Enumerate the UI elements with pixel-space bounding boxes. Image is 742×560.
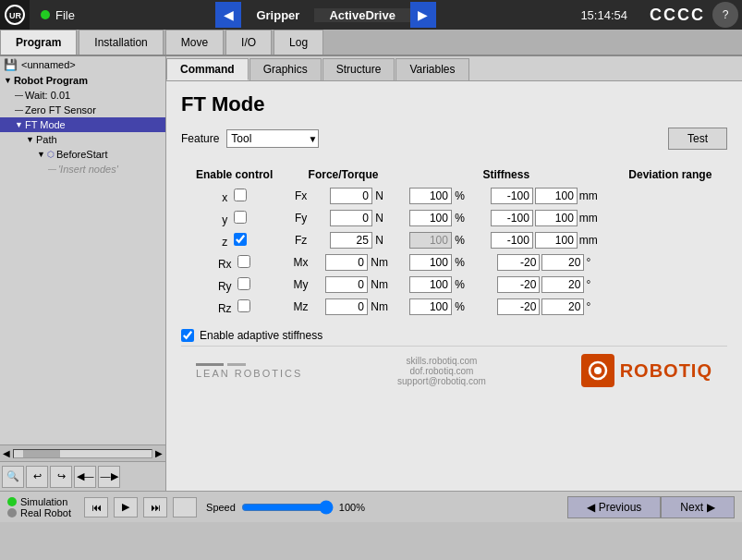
fz-input[interactable] [330,232,372,249]
robotiq-brand: ROBOTIQ [581,354,712,387]
help-button[interactable]: ? [712,2,738,28]
dev-rz-unit: ° [586,300,590,313]
dev-rx-min-input[interactable] [497,254,540,271]
tool-search[interactable]: 🔍 [2,466,24,488]
tab-log[interactable]: Log [274,30,323,55]
stiff-y-input[interactable] [409,210,452,226]
dev-rz-max-input[interactable] [541,298,584,315]
tab-structure[interactable]: Structure [322,58,395,80]
tab-io[interactable]: I/O [225,30,272,55]
lean-line-top [196,363,224,366]
col-header-deviation: Deviation range [614,164,727,185]
fy-label: Fy [287,207,314,229]
mz-input[interactable] [325,298,368,315]
test-button[interactable]: Test [668,128,727,150]
tree-label: Zero FT Sensor [25,104,96,116]
tree-label: Wait: 0.01 [25,90,70,101]
mx-input[interactable] [325,254,368,271]
my-input[interactable] [325,276,368,293]
status-dot [41,10,50,19]
dev-x-cell: mm [475,185,614,207]
table-row: Rz Mz Nm % ° [181,296,727,318]
enable-ry-checkbox[interactable] [237,277,250,290]
feature-select[interactable]: Tool [226,129,319,148]
tree-arrow: ▼ [4,76,12,85]
stiff-y-cell: % [399,207,475,229]
top-bar: UR File ◀ Gripper ActiveDrive ▶ 15:14:54… [0,0,742,30]
save-icon[interactable]: 💾 [4,58,18,71]
enable-x-checkbox[interactable] [234,189,247,201]
tool-forward[interactable]: —▶ [98,466,120,488]
dev-ry-min-input[interactable] [497,276,540,293]
tree-beforestart[interactable]: ▼ ⬡ BeforeStart [0,147,165,162]
stiff-z-input [409,232,452,249]
nav-right-arrow[interactable]: ▶ [410,2,436,28]
tree-zero-ft[interactable]: — Zero FT Sensor [0,103,165,117]
tree-wait[interactable]: — Wait: 0.01 [0,88,165,103]
tree-path[interactable]: ▼ Path [0,132,165,147]
previous-button[interactable]: ◀ Previous [567,496,662,518]
stiff-ry-input[interactable] [409,276,452,293]
svg-point-3 [594,367,602,374]
tab-command[interactable]: Command [166,58,249,80]
media-step[interactable]: ⏭ [143,497,167,517]
speed-slider[interactable] [241,500,334,515]
sidebar-scrollbar[interactable]: ◀ ▶ [0,444,165,461]
simulation-label: Simulation [20,496,67,507]
dev-rz-cell: ° [475,296,614,318]
my-value-cell: Nm [314,274,399,296]
dev-y-max-input[interactable] [535,210,578,226]
dev-rx-max-input[interactable] [541,254,584,271]
tab-installation[interactable]: Installation [79,30,163,55]
enable-y-checkbox[interactable] [234,211,247,224]
enable-rx-checkbox[interactable] [237,255,250,268]
tree-insert-nodes[interactable]: — 'Insert nodes' [0,162,165,177]
stiff-rz-input[interactable] [409,298,452,315]
tree-dash: — [15,91,23,100]
dev-z-min-input[interactable] [491,232,533,249]
mx-value-cell: Nm [314,251,399,274]
next-button[interactable]: Next ▶ [661,496,735,518]
enable-z-checkbox[interactable] [234,233,247,246]
nav-gripper: Gripper [241,8,314,22]
axis-ry-cell: Ry [181,274,287,296]
adaptive-stiffness-checkbox[interactable] [181,329,194,342]
tool-undo[interactable]: ↩ [26,466,48,488]
scroll-right[interactable]: ▶ [152,448,165,458]
ur-logo: UR [0,0,30,30]
table-row: Rx Mx Nm % ° [181,251,727,274]
tab-graphics[interactable]: Graphics [249,58,322,80]
clock: 15:14:54 [566,8,642,22]
dev-x-min-input[interactable] [491,188,533,204]
dev-z-max-input[interactable] [535,232,578,249]
nav-activedrive: ActiveDrive [314,8,410,22]
tab-variables[interactable]: Variables [395,58,468,80]
dev-ry-max-input[interactable] [541,276,584,293]
mz-label: Mz [287,296,314,318]
tab-move[interactable]: Move [165,30,224,55]
dev-x-max-input[interactable] [535,188,578,204]
axis-z-cell: z [181,229,287,251]
dev-rz-min-input[interactable] [497,298,540,315]
scroll-left[interactable]: ◀ [0,448,13,458]
enable-rz-checkbox[interactable] [237,299,250,312]
scroll-track [13,449,152,458]
stiff-x-input[interactable] [409,188,452,204]
col-header-enable: Enable control [181,164,287,185]
ft-table: Enable control Force/Torque Stiffness De… [181,164,727,318]
tool-back[interactable]: ◀— [74,466,96,488]
tree-robot-program[interactable]: ▼ Robot Program [0,73,165,88]
scroll-thumb[interactable] [23,450,60,457]
media-rewind[interactable]: ⏮ [84,497,108,517]
tool-redo[interactable]: ↪ [50,466,72,488]
file-menu[interactable]: File [30,8,86,22]
fy-input[interactable] [330,210,372,226]
dev-y-min-input[interactable] [491,210,533,226]
media-play[interactable]: ▶ [114,497,138,517]
tree-ft-mode[interactable]: ▼ FT Mode [0,117,165,132]
tab-program[interactable]: Program [0,30,77,55]
connection-status: CCCC [642,6,712,25]
stiff-rx-input[interactable] [409,254,452,271]
fx-input[interactable] [330,188,372,204]
nav-left-arrow[interactable]: ◀ [215,2,241,28]
